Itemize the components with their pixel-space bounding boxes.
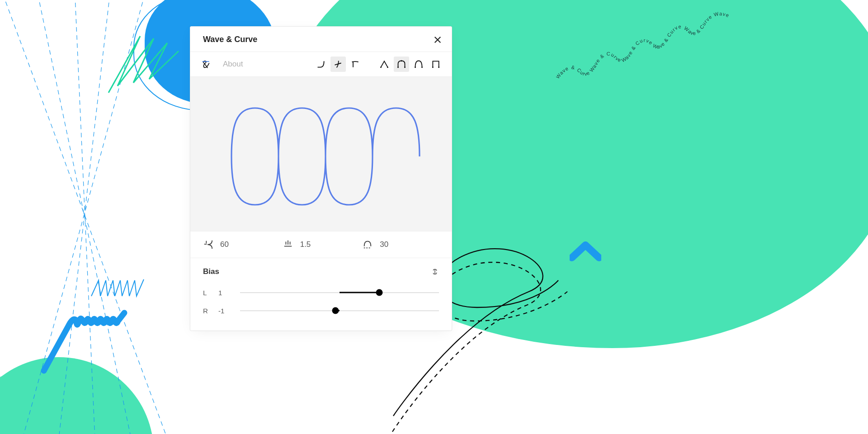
param-angle[interactable]: 60 [203, 240, 279, 250]
bias-L-value: 1 [218, 289, 231, 297]
waveform-square[interactable] [428, 57, 443, 72]
wave-preview [190, 77, 452, 231]
about-link[interactable]: About [223, 60, 243, 69]
svg-text:Wave & Curve Wave & Curve Wave: Wave & Curve Wave & Curve Wave & Curve W… [556, 9, 730, 80]
panel-title: Wave & Curve [203, 35, 257, 44]
svg-point-7 [380, 66, 382, 68]
squiggle-blue [38, 307, 142, 375]
bias-R-label: R [203, 307, 209, 315]
wave-curve-panel: Wave & Curve About [190, 26, 452, 331]
svg-point-12 [415, 66, 416, 68]
toolbar: About [190, 52, 452, 77]
svg-point-13 [421, 66, 423, 68]
wave-small-blue [90, 276, 154, 303]
svg-point-11 [404, 66, 406, 68]
svg-point-14 [432, 66, 434, 68]
param-curve-value: 30 [380, 240, 388, 249]
bias-L-slider[interactable] [240, 288, 439, 297]
svg-point-10 [401, 60, 402, 61]
svg-point-15 [438, 66, 439, 68]
param-curve[interactable]: 30 [363, 240, 439, 250]
bias-L-label: L [203, 289, 209, 297]
svg-point-8 [387, 66, 388, 68]
chevron-icon [570, 240, 601, 262]
bias-R-slider[interactable] [240, 306, 439, 315]
param-angle-value: 60 [220, 240, 229, 249]
waveform-tri[interactable] [377, 57, 392, 72]
param-row: 60 1.5 30 [190, 231, 452, 258]
bias-label: Bias [203, 267, 219, 276]
waveform-arch[interactable] [394, 57, 409, 72]
curve-mode-2[interactable] [330, 57, 346, 72]
param-stroke-value: 1.5 [300, 240, 311, 249]
waveform-round[interactable] [411, 57, 426, 72]
preview-curve [208, 95, 434, 213]
bias-row-L: L 1 [203, 283, 439, 302]
wave-text-decor: Wave & Curve Wave & Curve Wave & Curve W… [556, 9, 737, 90]
bias-section: Bias L 1 R -1 [190, 258, 452, 330]
scribble-teal [106, 34, 183, 102]
curve-mode-3[interactable] [348, 57, 363, 72]
ampersand-tool[interactable] [198, 57, 214, 72]
param-stroke[interactable]: 1.5 [283, 240, 359, 250]
close-icon[interactable] [434, 36, 442, 44]
bias-row-R: R -1 [203, 302, 439, 320]
panel-header: Wave & Curve [190, 27, 452, 52]
bias-R-value: -1 [218, 307, 231, 315]
link-icon[interactable] [431, 267, 439, 276]
svg-point-9 [397, 66, 399, 68]
curve-mode-1[interactable] [313, 57, 329, 72]
